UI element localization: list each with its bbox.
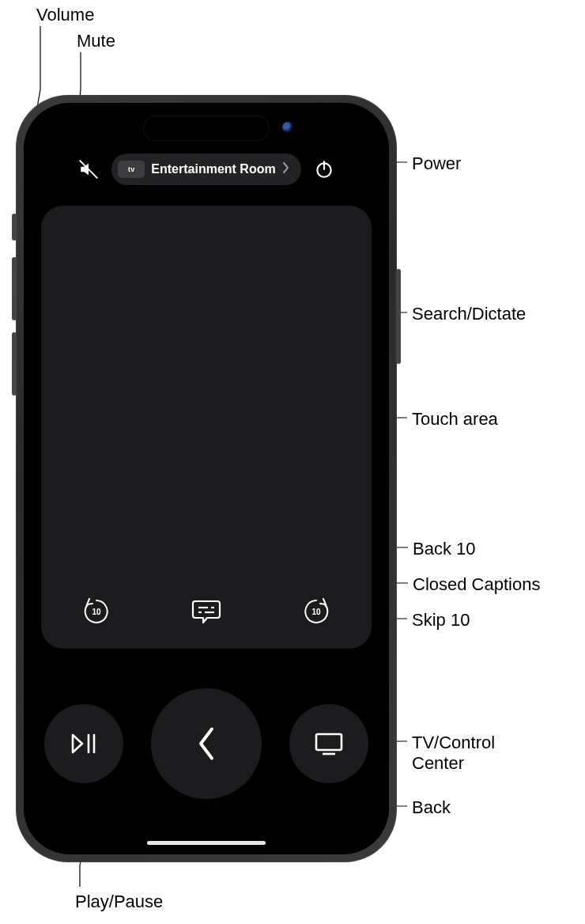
panel-controls: 10 [41, 584, 372, 639]
callout-tv-control-center: TV/Control Center [412, 733, 495, 774]
physical-side-button[interactable] [396, 269, 401, 364]
touch-panel: 10 [41, 206, 372, 649]
skip-10-icon: 10 [300, 596, 332, 627]
callout-play-pause: Play/Pause [75, 892, 163, 912]
home-indicator[interactable] [147, 841, 266, 845]
back-button[interactable] [151, 688, 262, 799]
callout-closed-captions: Closed Captions [413, 574, 540, 595]
play-pause-button[interactable] [44, 704, 123, 783]
device-selector[interactable]: tv Entertainment Room [111, 153, 300, 185]
callout-back: Back [412, 797, 451, 818]
callout-search-dictate: Search/Dictate [412, 304, 526, 324]
screen: tv Entertainment Room [24, 103, 389, 854]
callout-back10: Back 10 [413, 539, 476, 559]
iphone-frame: tv Entertainment Room [16, 95, 397, 862]
chevron-left-icon [194, 726, 218, 761]
svg-text:10: 10 [312, 608, 322, 616]
mute-button[interactable] [74, 154, 104, 184]
physical-volume-down[interactable] [12, 332, 17, 396]
tv-icon [313, 731, 345, 756]
mute-icon [78, 159, 99, 180]
skip-10-button[interactable]: 10 [292, 588, 340, 635]
physical-silent-switch[interactable] [12, 214, 17, 240]
power-icon [314, 159, 334, 180]
tv-control-center-button[interactable] [289, 704, 368, 783]
svg-rect-10 [316, 734, 342, 750]
power-button[interactable] [309, 154, 339, 184]
dynamic-island [143, 116, 270, 141]
callout-touch-area: Touch area [412, 409, 498, 430]
chevron-right-icon [282, 162, 290, 176]
callout-volume: Volume [36, 5, 94, 25]
bottom-controls [24, 672, 389, 815]
closed-captions-button[interactable] [183, 588, 230, 635]
callout-power: Power [412, 153, 461, 174]
play-pause-icon [70, 732, 98, 755]
touch-area[interactable] [41, 206, 372, 578]
back-10-icon: 10 [81, 596, 112, 627]
back-10-button[interactable]: 10 [73, 588, 120, 635]
callout-skip10: Skip 10 [412, 610, 470, 631]
physical-volume-up[interactable] [12, 257, 17, 320]
closed-captions-icon [191, 598, 222, 625]
device-name-label: Entertainment Room [151, 162, 275, 176]
svg-text:10: 10 [92, 608, 101, 616]
callout-mute: Mute [77, 31, 115, 51]
front-camera [282, 122, 293, 133]
appletv-badge: tv [118, 161, 145, 178]
remote-topbar: tv Entertainment Room [24, 153, 389, 185]
